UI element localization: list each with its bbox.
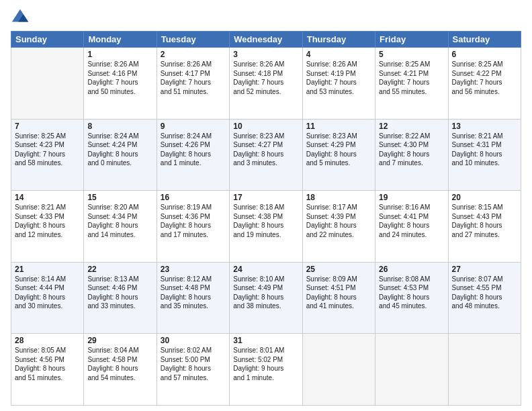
day-number: 13 <box>452 122 517 131</box>
day-info: Sunrise: 8:04 AM Sunset: 4:58 PM Dayligh… <box>87 346 152 382</box>
calendar-week-row: 1Sunrise: 8:26 AM Sunset: 4:16 PM Daylig… <box>11 48 521 120</box>
day-number: 19 <box>379 193 444 202</box>
calendar-cell: 30Sunrise: 8:02 AM Sunset: 5:00 PM Dayli… <box>157 334 229 406</box>
logo <box>11 8 32 27</box>
day-info: Sunrise: 8:05 AM Sunset: 4:56 PM Dayligh… <box>15 346 80 382</box>
calendar-cell: 31Sunrise: 8:01 AM Sunset: 5:02 PM Dayli… <box>230 334 302 406</box>
day-info: Sunrise: 8:20 AM Sunset: 4:34 PM Dayligh… <box>87 203 152 239</box>
day-number: 1 <box>87 50 152 59</box>
calendar-cell: 26Sunrise: 8:08 AM Sunset: 4:53 PM Dayli… <box>375 262 448 334</box>
day-info: Sunrise: 8:23 AM Sunset: 4:29 PM Dayligh… <box>306 132 371 168</box>
day-info: Sunrise: 8:26 AM Sunset: 4:19 PM Dayligh… <box>306 60 371 96</box>
day-info: Sunrise: 8:18 AM Sunset: 4:38 PM Dayligh… <box>233 203 298 239</box>
calendar-week-row: 7Sunrise: 8:25 AM Sunset: 4:23 PM Daylig… <box>11 119 521 191</box>
day-info: Sunrise: 8:25 AM Sunset: 4:21 PM Dayligh… <box>379 60 444 96</box>
day-number: 30 <box>161 336 226 345</box>
day-info: Sunrise: 8:21 AM Sunset: 4:33 PM Dayligh… <box>15 203 80 239</box>
day-number: 21 <box>15 265 80 274</box>
calendar-cell: 5Sunrise: 8:25 AM Sunset: 4:21 PM Daylig… <box>375 48 448 120</box>
calendar-cell <box>448 334 521 406</box>
day-number: 31 <box>233 336 298 345</box>
column-header-wednesday: Wednesday <box>230 32 302 48</box>
calendar-cell <box>302 334 375 406</box>
calendar-cell: 16Sunrise: 8:19 AM Sunset: 4:36 PM Dayli… <box>157 191 229 263</box>
day-number: 15 <box>87 193 152 202</box>
day-info: Sunrise: 8:16 AM Sunset: 4:41 PM Dayligh… <box>379 203 444 239</box>
day-info: Sunrise: 8:15 AM Sunset: 4:43 PM Dayligh… <box>452 203 517 239</box>
day-number: 20 <box>452 193 517 202</box>
day-info: Sunrise: 8:25 AM Sunset: 4:23 PM Dayligh… <box>15 132 80 168</box>
day-number: 2 <box>161 50 226 59</box>
calendar-cell: 1Sunrise: 8:26 AM Sunset: 4:16 PM Daylig… <box>84 48 157 120</box>
calendar-cell: 22Sunrise: 8:13 AM Sunset: 4:46 PM Dayli… <box>84 262 157 334</box>
day-info: Sunrise: 8:25 AM Sunset: 4:22 PM Dayligh… <box>452 60 517 96</box>
day-number: 14 <box>15 193 80 202</box>
calendar-cell: 23Sunrise: 8:12 AM Sunset: 4:48 PM Dayli… <box>157 262 229 334</box>
day-number: 10 <box>233 122 298 131</box>
day-number: 11 <box>306 122 371 131</box>
calendar-cell: 7Sunrise: 8:25 AM Sunset: 4:23 PM Daylig… <box>11 119 84 191</box>
calendar-page: SundayMondayTuesdayWednesdayThursdayFrid… <box>0 0 532 411</box>
calendar-cell: 20Sunrise: 8:15 AM Sunset: 4:43 PM Dayli… <box>448 191 521 263</box>
day-info: Sunrise: 8:12 AM Sunset: 4:48 PM Dayligh… <box>161 275 226 311</box>
column-header-thursday: Thursday <box>302 32 375 48</box>
column-header-friday: Friday <box>375 32 448 48</box>
calendar-cell: 24Sunrise: 8:10 AM Sunset: 4:49 PM Dayli… <box>230 262 302 334</box>
day-info: Sunrise: 8:17 AM Sunset: 4:39 PM Dayligh… <box>306 203 371 239</box>
day-info: Sunrise: 8:19 AM Sunset: 4:36 PM Dayligh… <box>161 203 226 239</box>
calendar-week-row: 28Sunrise: 8:05 AM Sunset: 4:56 PM Dayli… <box>11 334 521 406</box>
day-number: 7 <box>15 122 80 131</box>
day-info: Sunrise: 8:24 AM Sunset: 4:26 PM Dayligh… <box>161 132 226 168</box>
day-info: Sunrise: 8:09 AM Sunset: 4:51 PM Dayligh… <box>306 275 371 311</box>
day-number: 3 <box>233 50 298 59</box>
calendar-cell: 2Sunrise: 8:26 AM Sunset: 4:17 PM Daylig… <box>157 48 229 120</box>
calendar-cell: 4Sunrise: 8:26 AM Sunset: 4:19 PM Daylig… <box>302 48 375 120</box>
day-number: 28 <box>15 336 80 345</box>
day-info: Sunrise: 8:26 AM Sunset: 4:18 PM Dayligh… <box>233 60 298 96</box>
calendar-table: SundayMondayTuesdayWednesdayThursdayFrid… <box>11 31 521 406</box>
calendar-week-row: 21Sunrise: 8:14 AM Sunset: 4:44 PM Dayli… <box>11 262 521 334</box>
column-header-sunday: Sunday <box>11 32 84 48</box>
day-number: 5 <box>379 50 444 59</box>
calendar-cell: 27Sunrise: 8:07 AM Sunset: 4:55 PM Dayli… <box>448 262 521 334</box>
day-info: Sunrise: 8:22 AM Sunset: 4:30 PM Dayligh… <box>379 132 444 168</box>
calendar-cell: 3Sunrise: 8:26 AM Sunset: 4:18 PM Daylig… <box>230 48 302 120</box>
calendar-cell: 8Sunrise: 8:24 AM Sunset: 4:24 PM Daylig… <box>84 119 157 191</box>
day-number: 9 <box>161 122 226 131</box>
day-info: Sunrise: 8:13 AM Sunset: 4:46 PM Dayligh… <box>87 275 152 311</box>
day-info: Sunrise: 8:08 AM Sunset: 4:53 PM Dayligh… <box>379 275 444 311</box>
column-header-saturday: Saturday <box>448 32 521 48</box>
day-info: Sunrise: 8:07 AM Sunset: 4:55 PM Dayligh… <box>452 275 517 311</box>
day-number: 29 <box>87 336 152 345</box>
calendar-header-row: SundayMondayTuesdayWednesdayThursdayFrid… <box>11 32 521 48</box>
calendar-cell: 15Sunrise: 8:20 AM Sunset: 4:34 PM Dayli… <box>84 191 157 263</box>
logo-icon <box>11 8 30 27</box>
day-info: Sunrise: 8:24 AM Sunset: 4:24 PM Dayligh… <box>87 132 152 168</box>
day-number: 12 <box>379 122 444 131</box>
day-number: 18 <box>306 193 371 202</box>
calendar-week-row: 14Sunrise: 8:21 AM Sunset: 4:33 PM Dayli… <box>11 191 521 263</box>
day-info: Sunrise: 8:01 AM Sunset: 5:02 PM Dayligh… <box>233 346 298 382</box>
calendar-cell: 11Sunrise: 8:23 AM Sunset: 4:29 PM Dayli… <box>302 119 375 191</box>
day-number: 4 <box>306 50 371 59</box>
day-info: Sunrise: 8:26 AM Sunset: 4:17 PM Dayligh… <box>161 60 226 96</box>
day-number: 6 <box>452 50 517 59</box>
calendar-cell: 12Sunrise: 8:22 AM Sunset: 4:30 PM Dayli… <box>375 119 448 191</box>
column-header-tuesday: Tuesday <box>157 32 229 48</box>
calendar-cell: 25Sunrise: 8:09 AM Sunset: 4:51 PM Dayli… <box>302 262 375 334</box>
day-number: 8 <box>87 122 152 131</box>
calendar-cell: 13Sunrise: 8:21 AM Sunset: 4:31 PM Dayli… <box>448 119 521 191</box>
calendar-cell: 28Sunrise: 8:05 AM Sunset: 4:56 PM Dayli… <box>11 334 84 406</box>
day-info: Sunrise: 8:10 AM Sunset: 4:49 PM Dayligh… <box>233 275 298 311</box>
day-number: 22 <box>87 265 152 274</box>
day-number: 27 <box>452 265 517 274</box>
calendar-cell: 6Sunrise: 8:25 AM Sunset: 4:22 PM Daylig… <box>448 48 521 120</box>
day-number: 16 <box>161 193 226 202</box>
calendar-cell: 19Sunrise: 8:16 AM Sunset: 4:41 PM Dayli… <box>375 191 448 263</box>
day-number: 17 <box>233 193 298 202</box>
calendar-cell <box>375 334 448 406</box>
day-info: Sunrise: 8:14 AM Sunset: 4:44 PM Dayligh… <box>15 275 80 311</box>
calendar-cell: 29Sunrise: 8:04 AM Sunset: 4:58 PM Dayli… <box>84 334 157 406</box>
day-info: Sunrise: 8:02 AM Sunset: 5:00 PM Dayligh… <box>161 346 226 382</box>
calendar-cell <box>11 48 84 120</box>
